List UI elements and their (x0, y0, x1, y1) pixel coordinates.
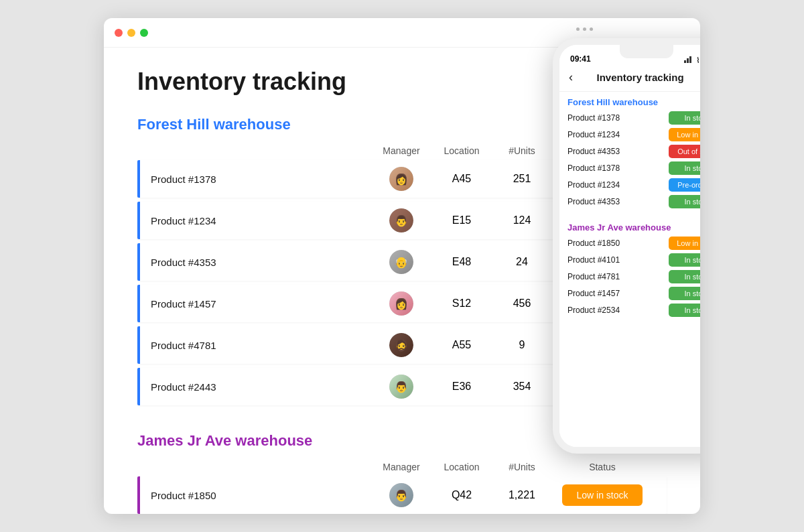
units: 9 (495, 339, 549, 351)
location: Q42 (428, 489, 495, 501)
avatar: 👨 (389, 375, 413, 399)
location: E15 (428, 214, 495, 226)
location: A55 (428, 339, 495, 351)
phone-status-badge: Out of stock (669, 145, 700, 158)
phone-list-item: Product #4353 Out of stock (567, 145, 700, 158)
phone-status-icons: ⌇ (684, 55, 700, 63)
phone-title: Inventory tracking (597, 72, 684, 83)
avatar: 👨 (389, 208, 413, 232)
product-name: Product #4353 (151, 257, 375, 268)
units: 1,221 (495, 489, 549, 501)
location: E48 (428, 256, 495, 268)
product-name: Product #1457 (151, 298, 375, 310)
back-button[interactable]: ‹ (569, 70, 573, 84)
phone-status-badge: In stock (669, 111, 700, 125)
product-name: Product #1378 (151, 174, 375, 185)
avatar: 🧔 (389, 333, 413, 357)
phone-product-name: Product #1850 (567, 239, 620, 248)
close-button[interactable] (115, 29, 123, 37)
traffic-lights (115, 29, 148, 37)
units: 251 (495, 173, 549, 185)
svg-rect-2 (689, 56, 691, 63)
phone-status-badge: Low in stock (669, 128, 700, 141)
phone-product-name: Product #1234 (567, 180, 620, 190)
maximize-button[interactable] (140, 29, 148, 37)
phone-header: ‹ Inventory tracking ••• (559, 65, 700, 92)
units: 124 (495, 214, 549, 226)
phone-notch (620, 45, 673, 58)
phone-warehouse-title-james-jr: James Jr Ave warehouse (567, 222, 700, 232)
avatar: 👩 (389, 167, 413, 191)
wifi-icon: ⌇ (696, 56, 700, 63)
phone-product-name: Product #1457 (567, 289, 620, 298)
avatar: 👩 (389, 291, 413, 316)
location: E36 (428, 381, 495, 393)
phone-list-item: Product #1457 In stock (567, 287, 700, 300)
phone-warehouse-title-forest-hill: Forest Hill warehouse (567, 97, 700, 107)
units: 24 (495, 256, 549, 268)
product-name: Product #1234 (151, 215, 375, 226)
phone-status-badge: In stock (669, 304, 700, 317)
minimize-button[interactable] (127, 29, 135, 37)
phone-product-name: Product #4353 (567, 147, 620, 156)
signal-icon (684, 56, 693, 63)
avatar: 👴 (389, 250, 413, 274)
phone-product-name: Product #1378 (567, 163, 620, 173)
phone-list-item: Product #1378 In stock (567, 161, 700, 175)
phone-status-badge: In stock (669, 253, 700, 267)
col-units: #Units (495, 462, 549, 472)
phone-statusbar: 09:41 ⌇ (559, 45, 700, 65)
phone-product-name: Product #4353 (567, 197, 620, 206)
col-units: #Units (495, 145, 549, 156)
desktop-window: Inventory tracking Forest Hill warehouse… (104, 18, 700, 514)
phone-status-badge: In stock (669, 195, 700, 208)
phone-time: 09:41 (570, 54, 591, 64)
location: S12 (428, 297, 495, 310)
product-name: Product #2443 (151, 381, 375, 393)
units: 354 (495, 381, 549, 393)
svg-text:⌇: ⌇ (696, 56, 699, 63)
phone-list-item: Product #4353 In stock (567, 195, 700, 208)
phone-list-item: Product #4101 In stock (567, 253, 700, 267)
location: A45 (428, 173, 495, 185)
phone-list-item: Product #4781 In stock (567, 270, 700, 283)
phone-status-badge: In stock (669, 270, 700, 283)
col-manager: Manager (375, 462, 428, 472)
phone-mockup: 09:41 ⌇ (553, 38, 700, 454)
status-badge: Low in stock (549, 484, 656, 506)
phone-list-item: Product #1850 Low in stock (567, 237, 700, 250)
col-product (148, 462, 375, 472)
phone-status-badge: Pre-ordered (669, 178, 700, 192)
phone-product-name: Product #4101 (567, 255, 620, 265)
col-location: Location (428, 462, 495, 472)
svg-rect-1 (687, 58, 689, 63)
window-menu-dots (576, 27, 593, 31)
col-manager: Manager (375, 145, 428, 156)
phone-status-badge: In stock (669, 161, 700, 175)
phone-list-item: Product #2534 In stock (567, 304, 700, 317)
phone-section-forest-hill: Forest Hill warehouse Product #1378 In s… (559, 92, 700, 213)
phone-list-item: Product #1378 In stock (567, 111, 700, 125)
col-product (148, 145, 375, 156)
avatar: 👨 (389, 483, 413, 507)
units: 456 (495, 297, 549, 310)
phone-list-item: Product #1234 Pre-ordered (567, 178, 700, 192)
phone-list-item: Product #1234 Low in stock (567, 128, 700, 141)
phone-status-badge: Low in stock (669, 237, 700, 250)
col-status: Status (549, 462, 656, 472)
table-header-james-jr: Manager Location #Units Status (137, 458, 667, 476)
phone-product-name: Product #2534 (567, 306, 620, 315)
phone-status-badge: In stock (669, 287, 700, 300)
phone-section-james-jr: James Jr Ave warehouse Product #1850 Low… (559, 217, 700, 322)
svg-rect-0 (684, 60, 686, 63)
product-name: Product #4781 (151, 340, 375, 351)
product-name: Product #1850 (151, 490, 375, 501)
phone-product-name: Product #1234 (567, 130, 620, 139)
table-row: Product #1850 👨 Q42 1,221 Low in stock (137, 476, 667, 514)
phone-product-name: Product #4781 (567, 272, 620, 281)
phone-content: Forest Hill warehouse Product #1378 In s… (559, 92, 700, 454)
phone-product-name: Product #1378 (567, 113, 620, 123)
col-location: Location (428, 145, 495, 156)
